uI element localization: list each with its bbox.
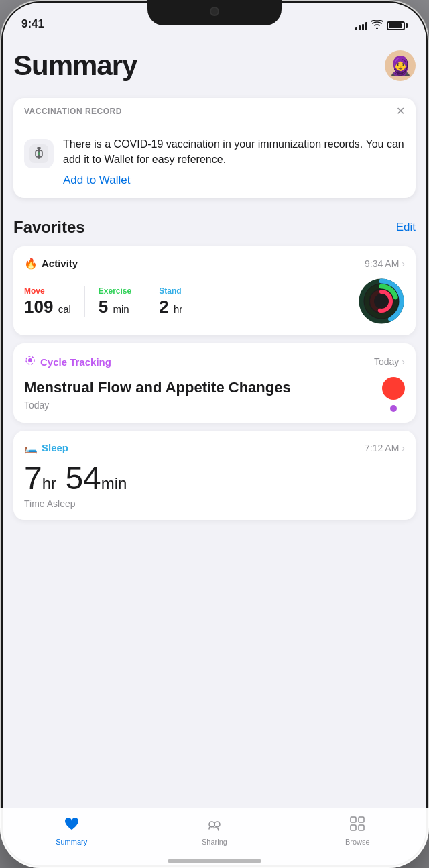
cycle-card-header: Cycle Tracking Today › xyxy=(24,354,405,369)
battery-icon xyxy=(387,21,408,30)
chevron-right-icon: › xyxy=(402,258,405,269)
sleep-title-row: 🛏️ Sleep xyxy=(24,441,68,454)
svg-rect-17 xyxy=(359,817,364,822)
signal-icon xyxy=(355,21,367,30)
vaccination-label: VACCINATION RECORD xyxy=(24,107,122,116)
svg-point-12 xyxy=(28,358,32,362)
screen-content: Summary 🧕 VACCINATION RECORD ✕ + xyxy=(0,36,429,808)
activity-card-header: 🔥 Activity 9:34 AM › xyxy=(24,257,405,270)
home-indicator xyxy=(168,859,261,863)
svg-rect-16 xyxy=(351,817,356,822)
svg-rect-19 xyxy=(359,825,364,830)
browse-tab-label: Browse xyxy=(345,838,370,846)
min-label: min xyxy=(101,474,127,492)
cycle-tracking-card[interactable]: Cycle Tracking Today › Menstrual Flow an… xyxy=(13,343,416,423)
vaccination-card-header: VACCINATION RECORD ✕ xyxy=(13,98,416,125)
activity-title-row: 🔥 Activity xyxy=(24,257,78,270)
favorites-header: Favorites Edit xyxy=(13,218,416,237)
sleep-title: Sleep xyxy=(42,442,68,453)
page-title: Summary xyxy=(13,50,137,82)
appetite-dot xyxy=(390,405,397,412)
exercise-label: Exercise xyxy=(99,286,131,296)
sleep-main: 7hr 54min xyxy=(24,462,405,494)
activity-title: Activity xyxy=(42,258,78,269)
move-value: 109 cal xyxy=(24,297,71,317)
stand-unit: hr xyxy=(174,303,182,315)
vaccination-card-body: + There is a COVID-19 vaccination in you… xyxy=(13,125,416,198)
wifi-icon xyxy=(371,20,383,31)
stand-label: Stand xyxy=(159,286,182,296)
flame-icon: 🔥 xyxy=(24,257,38,270)
move-unit: cal xyxy=(58,303,71,315)
heart-icon xyxy=(63,815,80,835)
tab-summary[interactable]: Summary xyxy=(48,815,95,846)
sleep-card[interactable]: 🛏️ Sleep 7:12 AM › 7hr 54min Time Asleep xyxy=(13,431,416,520)
chevron-right-icon: › xyxy=(402,356,405,367)
svg-rect-18 xyxy=(351,825,356,830)
cycle-title: Cycle Tracking xyxy=(40,356,111,368)
activity-time: 9:34 AM › xyxy=(365,258,405,269)
activity-metrics: Move 109 cal Exercise 5 min xyxy=(24,286,196,317)
cycle-dots xyxy=(382,377,405,412)
exercise-value: 5 min xyxy=(99,297,131,317)
activity-ring xyxy=(358,278,405,325)
stand-value: 2 hr xyxy=(159,297,182,317)
cycle-data: Menstrual Flow and Appetite Changes Toda… xyxy=(24,377,405,412)
tab-sharing[interactable]: Sharing xyxy=(191,815,238,846)
tab-browse[interactable]: Browse xyxy=(334,815,381,846)
edit-button[interactable]: Edit xyxy=(396,221,416,234)
exercise-unit: min xyxy=(113,303,129,315)
menstrual-flow-dot xyxy=(382,377,405,400)
page-header: Summary 🧕 xyxy=(13,50,416,82)
cycle-info: Menstrual Flow and Appetite Changes Toda… xyxy=(24,379,291,410)
cycle-main-text: Menstrual Flow and Appetite Changes xyxy=(24,379,291,396)
phone-frame: 9:41 xyxy=(0,0,429,868)
summary-tab-label: Summary xyxy=(56,838,87,846)
move-label: Move xyxy=(24,286,71,296)
sleep-sub: Time Asleep xyxy=(24,498,405,509)
vaccine-icon: + xyxy=(24,139,54,168)
stand-metric: Stand 2 hr xyxy=(145,286,196,317)
vaccination-description: There is a COVID-19 vaccination in your … xyxy=(63,136,405,167)
activity-data: Move 109 cal Exercise 5 min xyxy=(24,278,405,325)
status-icons xyxy=(355,20,408,31)
sharing-icon xyxy=(206,815,223,835)
sharing-tab-label: Sharing xyxy=(202,838,227,846)
sleep-icon: 🛏️ xyxy=(24,441,38,454)
svg-point-15 xyxy=(214,822,220,827)
browse-icon xyxy=(349,815,366,835)
favorites-title: Favorites xyxy=(13,218,85,237)
notch xyxy=(147,0,282,25)
chevron-right-icon: › xyxy=(402,443,405,453)
vaccination-card: VACCINATION RECORD ✕ + There is a COVID-… xyxy=(13,98,416,198)
add-to-wallet-button[interactable]: Add to Wallet xyxy=(63,174,130,186)
status-time: 9:41 xyxy=(21,17,44,31)
svg-text:+: + xyxy=(38,151,41,157)
hr-label: hr xyxy=(42,474,56,492)
close-icon[interactable]: ✕ xyxy=(396,106,405,117)
cycle-sub-text: Today xyxy=(24,400,291,411)
sleep-time: 7:12 AM › xyxy=(365,443,405,453)
cycle-title-row: Cycle Tracking xyxy=(24,354,111,369)
camera xyxy=(210,7,219,16)
cycle-icon xyxy=(24,354,36,369)
avatar[interactable]: 🧕 xyxy=(385,50,416,81)
activity-card[interactable]: 🔥 Activity 9:34 AM › Move 109 cal xyxy=(13,246,416,335)
sleep-card-header: 🛏️ Sleep 7:12 AM › xyxy=(24,441,405,454)
exercise-metric: Exercise 5 min xyxy=(84,286,145,317)
vaccination-text: There is a COVID-19 vaccination in your … xyxy=(63,136,405,187)
move-metric: Move 109 cal xyxy=(24,286,84,317)
cycle-time: Today › xyxy=(374,356,405,367)
